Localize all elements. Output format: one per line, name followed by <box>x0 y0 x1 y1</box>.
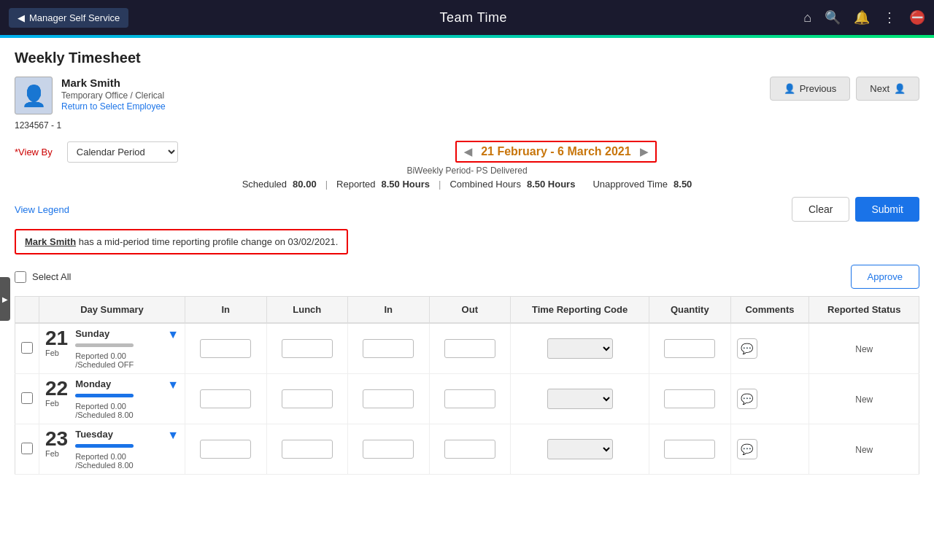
period-row: *View By Calendar Period Week ◀ 21 Febru… <box>15 141 919 163</box>
trc-select[interactable] <box>547 439 613 459</box>
col-in: In <box>185 297 267 324</box>
expand-icon[interactable]: ▼ <box>167 429 179 442</box>
table-header-row: Day Summary In Lunch In Out Time Reporti… <box>15 297 919 324</box>
status-cell: New <box>809 323 919 374</box>
more-icon[interactable]: ⋮ <box>883 9 896 26</box>
quantity-input[interactable] <box>664 389 715 408</box>
select-all-row: Select All Approve <box>15 265 919 289</box>
select-all-checkbox[interactable] <box>15 271 26 283</box>
next-icon: 👤 <box>894 83 906 94</box>
search-icon[interactable]: 🔍 <box>825 9 841 26</box>
comment-button[interactable]: 💬 <box>737 439 757 459</box>
main-content: ▶ Weekly Timesheet 👤 Mark Smith Temporar… <box>0 38 934 560</box>
out-input[interactable] <box>444 339 495 358</box>
in-cell <box>185 424 267 475</box>
previous-button[interactable]: 👤 Previous <box>770 77 851 101</box>
col-lunch: Lunch <box>266 297 348 324</box>
unapproved-label: Unapproved Time <box>593 179 668 190</box>
employee-header: 👤 Mark Smith Temporary Office / Clerical… <box>15 77 919 114</box>
period-nav: ◀ 21 February - 6 March 2021 ▶ <box>193 141 919 163</box>
row-checkbox-cell <box>15 374 39 424</box>
period-box: ◀ 21 February - 6 March 2021 ▶ <box>455 141 656 163</box>
employee-name: Mark Smith <box>61 77 166 89</box>
timesheet-table: Day Summary In Lunch In Out Time Reporti… <box>15 296 919 475</box>
expand-icon[interactable]: ▼ <box>167 328 179 341</box>
col-trc: Time Reporting Code <box>511 297 649 324</box>
return-link[interactable]: Return to Select Employee <box>61 101 166 112</box>
avatar: 👤 <box>15 77 53 114</box>
period-next-arrow[interactable]: ▶ <box>640 146 648 158</box>
out-input[interactable] <box>444 440 495 459</box>
col-status: Reported Status <box>809 297 919 324</box>
topbar-title: Team Time <box>143 10 803 26</box>
home-icon[interactable]: ⌂ <box>803 10 811 26</box>
clear-button[interactable]: Clear <box>792 197 849 222</box>
row-checkbox[interactable] <box>21 392 33 404</box>
trc-cell <box>511 374 649 424</box>
day-month: Feb <box>45 449 68 458</box>
expand-icon[interactable]: ▼ <box>167 378 179 392</box>
in2-cell <box>348 424 430 475</box>
page-title: Weekly Timesheet <box>15 50 919 66</box>
topbar: ◀ Manager Self Service Team Time ⌂ 🔍 🔔 ⋮… <box>0 0 934 35</box>
stats-row: Scheduled 80.00 | Reported 8.50 Hours | … <box>15 179 919 190</box>
employee-id: 1234567 - 1 <box>15 120 919 131</box>
in2-input[interactable] <box>363 339 414 358</box>
day-bar <box>75 444 134 448</box>
in2-cell <box>348 323 430 374</box>
out-input[interactable] <box>444 389 495 408</box>
next-label: Next <box>870 83 889 94</box>
day-reported: Reported 0.00 /Scheduled 8.00 <box>75 402 160 419</box>
in2-input[interactable] <box>363 389 414 408</box>
trc-cell <box>511 323 649 374</box>
lunch-input[interactable] <box>282 339 333 358</box>
col-out: Out <box>429 297 511 324</box>
select-all-label: Select All <box>32 271 71 282</box>
approve-button[interactable]: Approve <box>851 265 919 289</box>
day-month: Feb <box>45 349 68 357</box>
out-cell <box>429 424 511 475</box>
previous-icon: 👤 <box>784 83 795 94</box>
col-comments: Comments <box>730 297 809 324</box>
submit-button[interactable]: Submit <box>855 197 919 222</box>
in-input[interactable] <box>200 389 251 408</box>
in-cell <box>185 374 267 424</box>
scheduled-val: 80.00 <box>293 179 317 190</box>
action-row: View Legend Clear Submit <box>15 197 919 222</box>
side-panel-tab[interactable]: ▶ <box>0 277 10 321</box>
trc-select[interactable] <box>547 389 613 409</box>
table-row: 23 Feb Tuesday Reported 0.00 /Scheduled … <box>15 424 919 475</box>
action-buttons: Clear Submit <box>792 197 919 222</box>
day-summary-cell: 22 Feb Monday Reported 0.00 /Scheduled 8… <box>39 374 185 424</box>
row-checkbox[interactable] <box>21 342 33 354</box>
quantity-input[interactable] <box>664 339 715 358</box>
combined-label: Combined Hours <box>449 179 521 190</box>
day-bar <box>75 394 134 397</box>
quantity-cell <box>649 323 731 374</box>
in-input[interactable] <box>200 339 251 358</box>
in-input[interactable] <box>200 440 251 459</box>
day-number: 23 <box>45 429 68 449</box>
in2-cell <box>348 374 430 424</box>
comments-cell: 💬 <box>730 323 809 374</box>
row-checkbox[interactable] <box>21 443 33 454</box>
lunch-input[interactable] <box>282 389 333 408</box>
quantity-input[interactable] <box>664 440 715 459</box>
comment-button[interactable]: 💬 <box>737 389 757 409</box>
in2-input[interactable] <box>363 440 414 459</box>
alert-name: Mark Smith <box>25 236 76 247</box>
bell-icon[interactable]: 🔔 <box>854 9 870 26</box>
comment-button[interactable]: 💬 <box>737 338 757 359</box>
status-cell: New <box>809 374 919 424</box>
back-button[interactable]: ◀ Manager Self Service <box>9 8 128 28</box>
day-name: Monday <box>75 378 160 389</box>
block-icon[interactable]: ⛔ <box>909 9 925 26</box>
day-name: Sunday <box>75 328 160 339</box>
next-button[interactable]: Next 👤 <box>856 77 919 101</box>
lunch-input[interactable] <box>282 440 333 459</box>
view-by-select[interactable]: Calendar Period Week <box>67 141 178 163</box>
period-prev-arrow[interactable]: ◀ <box>464 146 472 158</box>
view-legend-link[interactable]: View Legend <box>15 204 69 215</box>
trc-select[interactable] <box>547 338 613 359</box>
in-cell <box>185 323 267 374</box>
